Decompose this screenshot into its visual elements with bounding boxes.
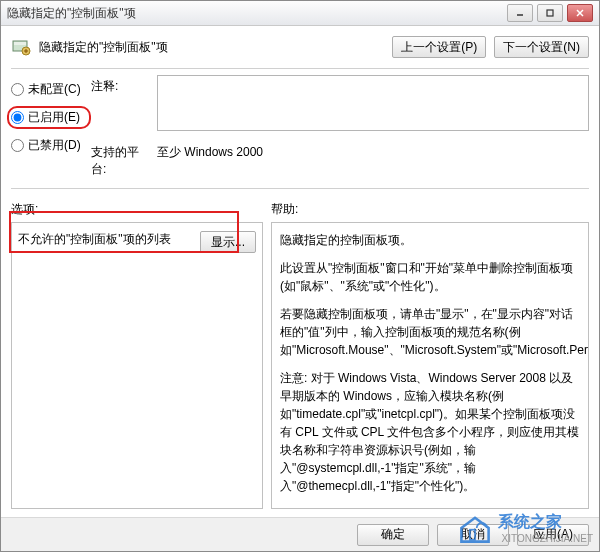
radio-not-configured-input[interactable] <box>11 83 24 96</box>
options-panel: 不允许的"控制面板"项的列表 显示... <box>11 222 263 509</box>
svg-rect-5 <box>14 42 26 45</box>
close-button[interactable] <box>567 4 593 22</box>
dialog-window: 隐藏指定的"控制面板"项 隐藏指定的"控制面板"项 上一个设置(P) 下一个设置… <box>0 0 600 552</box>
help-label: 帮助: <box>271 201 589 218</box>
comment-label: 注释: <box>91 75 151 95</box>
radio-enabled-label: 已启用(E) <box>28 109 80 126</box>
help-p4: 注意: 对于 Windows Vista、Windows Server 2008… <box>280 369 580 495</box>
comment-textarea[interactable] <box>157 75 589 131</box>
help-panel[interactable]: 隐藏指定的控制面板项。 此设置从"控制面板"窗口和"开始"菜单中删除控制面板项(… <box>271 222 589 509</box>
help-p5: 在 MSDN 的 http://go.microsoft.com/fwlink/… <box>280 505 580 509</box>
separator <box>11 68 589 69</box>
radio-disabled-label: 已禁用(D) <box>28 137 81 154</box>
footer: 确定 取消 应用(A) <box>1 517 599 551</box>
platform-value: 至少 Windows 2000 <box>157 141 589 161</box>
minimize-button[interactable] <box>507 4 533 22</box>
ok-button[interactable]: 确定 <box>357 524 429 546</box>
section-labels: 选项: 帮助: <box>1 195 599 222</box>
titlebar: 隐藏指定的"控制面板"项 <box>1 1 599 26</box>
comment-column: 注释: 支持的平台: 至少 Windows 2000 <box>91 75 589 178</box>
radio-not-configured[interactable]: 未配置(C) <box>11 81 91 98</box>
comment-row: 注释: <box>91 75 589 131</box>
show-button[interactable]: 显示... <box>200 231 256 253</box>
radio-group: 未配置(C) 已启用(E) 已禁用(D) <box>11 75 91 178</box>
header: 隐藏指定的"控制面板"项 上一个设置(P) 下一个设置(N) <box>1 26 599 64</box>
next-setting-button[interactable]: 下一个设置(N) <box>494 36 589 58</box>
config-row: 未配置(C) 已启用(E) 已禁用(D) 注释: 支持的平台: 至少 Windo… <box>1 75 599 184</box>
separator-2 <box>11 188 589 189</box>
radio-enabled-input[interactable] <box>11 111 24 124</box>
help-p2: 此设置从"控制面板"窗口和"开始"菜单中删除控制面板项(如"鼠标"、"系统"或"… <box>280 259 580 295</box>
prev-setting-button[interactable]: 上一个设置(P) <box>392 36 486 58</box>
help-p3: 若要隐藏控制面板项，请单击"显示"，在"显示内容"对话框的"值"列中，输入控制面… <box>280 305 580 359</box>
platform-label: 支持的平台: <box>91 141 151 178</box>
svg-rect-1 <box>547 10 553 16</box>
radio-not-configured-label: 未配置(C) <box>28 81 81 98</box>
options-list-label: 不允许的"控制面板"项的列表 <box>18 231 194 248</box>
platform-row: 支持的平台: 至少 Windows 2000 <box>91 141 589 178</box>
cancel-button[interactable]: 取消 <box>437 524 509 546</box>
help-p1: 隐藏指定的控制面板项。 <box>280 231 580 249</box>
header-title: 隐藏指定的"控制面板"项 <box>39 39 384 56</box>
window-title: 隐藏指定的"控制面板"项 <box>7 5 503 22</box>
options-label: 选项: <box>11 201 271 218</box>
panels: 不允许的"控制面板"项的列表 显示... 隐藏指定的控制面板项。 此设置从"控制… <box>1 222 599 517</box>
apply-button[interactable]: 应用(A) <box>517 524 589 546</box>
radio-enabled[interactable]: 已启用(E) <box>7 106 91 129</box>
radio-disabled[interactable]: 已禁用(D) <box>11 137 91 154</box>
policy-icon <box>11 37 31 57</box>
maximize-button[interactable] <box>537 4 563 22</box>
radio-disabled-input[interactable] <box>11 139 24 152</box>
